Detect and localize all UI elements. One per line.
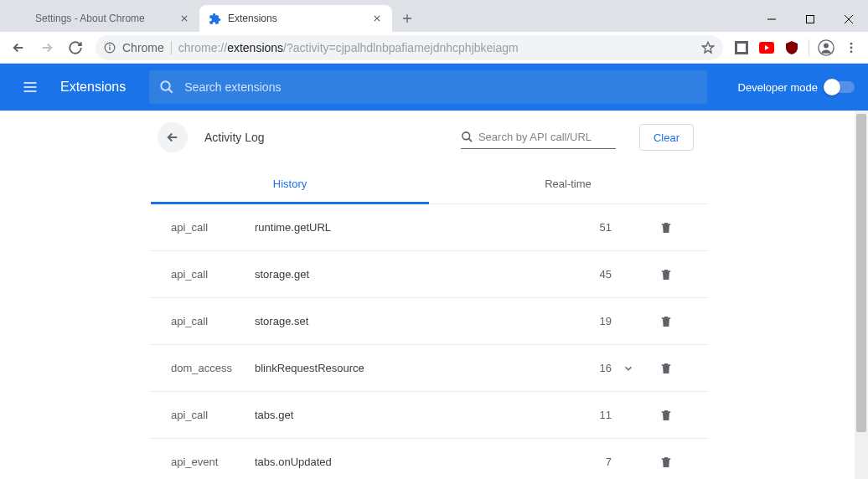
log-row[interactable]: api_callstorage.set19 [151,298,707,345]
site-info-icon[interactable] [104,42,116,54]
omnibox-divider [171,41,172,54]
omnibox-origin: Chrome [122,41,164,54]
browser-tab-extensions[interactable]: Extensions [199,5,392,32]
svg-point-13 [462,132,470,140]
log-row[interactable]: api_eventtabs.onUpdated7 [151,439,707,479]
svg-rect-0 [807,16,814,23]
extension-icon-1[interactable] [730,36,753,59]
puzzle-icon [208,12,221,25]
log-name: runtime.getURL [255,221,570,234]
gear-icon [15,12,28,25]
tab-title: Extensions [228,13,364,24]
search-api-input[interactable] [478,131,619,143]
expand-icon[interactable] [612,363,645,374]
log-count: 11 [570,409,612,421]
content-area: Activity Log Clear History Real-time api… [0,111,868,479]
delete-button[interactable] [645,221,687,234]
minimize-button[interactable] [752,7,791,32]
log-count: 45 [570,268,612,281]
hamburger-menu-button[interactable] [13,70,47,104]
star-icon[interactable] [701,41,715,54]
divider [809,39,809,56]
panel-tabs: History Real-time [151,164,707,204]
tab-title: Settings - About Chrome [35,13,171,24]
svg-point-9 [850,42,853,44]
log-list: api_callruntime.getURL51api_callstorage.… [151,204,707,479]
search-api-field[interactable] [461,126,616,149]
browser-tabs: Settings - About Chrome Extensions [0,0,752,32]
extension-icon-ublock[interactable] [780,36,803,59]
log-type: api_call [171,268,255,281]
window-controls [752,7,868,32]
app-title: Extensions [60,80,126,95]
browser-tab-settings[interactable]: Settings - About Chrome [7,5,199,32]
svg-rect-3 [109,46,110,49]
log-count: 16 [570,362,612,374]
svg-point-8 [824,43,829,48]
delete-button[interactable] [645,362,687,375]
toggle-switch[interactable] [826,81,855,93]
search-icon [159,80,174,95]
delete-button[interactable] [645,268,687,281]
close-icon[interactable] [370,12,384,25]
panel-header: Activity Log Clear [151,111,707,164]
new-tab-button[interactable] [395,7,419,30]
delete-button[interactable] [645,456,687,469]
app-header: Extensions Developer mode [0,64,868,111]
log-name: blinkRequestResource [255,362,570,374]
log-type: dom_access [171,362,255,374]
profile-button[interactable] [814,36,838,59]
log-type: api_call [171,409,255,421]
browser-toolbar: Chrome chrome://extensions/?activity=cjp… [0,32,868,64]
log-row[interactable]: api_callstorage.get45 [151,251,707,298]
window-titlebar: Settings - About Chrome Extensions [0,0,868,32]
tab-history[interactable]: History [151,164,429,203]
svg-point-11 [850,50,853,53]
log-row[interactable]: api_calltabs.get11 [151,392,707,439]
search-icon [461,131,473,143]
log-name: storage.set [255,315,570,327]
extension-icon-youtube[interactable] [755,36,778,59]
maximize-button[interactable] [791,7,829,32]
back-button[interactable] [5,34,32,61]
log-type: api_call [171,315,255,327]
delete-button[interactable] [645,315,687,328]
back-arrow-button[interactable] [158,122,188,152]
forward-button[interactable] [34,34,60,61]
scrollbar[interactable] [855,111,868,479]
developer-mode-label: Developer mode [738,81,818,94]
tab-realtime[interactable]: Real-time [429,164,707,203]
log-row[interactable]: dom_accessblinkRequestResource16 [151,345,707,392]
log-row[interactable]: api_callruntime.getURL51 [151,204,707,251]
svg-point-10 [850,46,853,49]
svg-point-2 [109,44,111,46]
extension-icons [730,36,863,59]
log-count: 51 [570,221,612,234]
close-window-button[interactable] [829,7,868,32]
search-extensions-bar[interactable] [149,70,707,104]
svg-rect-5 [737,44,746,52]
log-name: storage.get [255,268,570,281]
log-type: api_call [171,221,255,234]
log-name: tabs.onUpdated [255,456,570,468]
log-count: 19 [570,315,612,327]
developer-mode-toggle[interactable]: Developer mode [738,81,855,94]
svg-point-12 [162,81,171,90]
omnibox-url: chrome://extensions/?activity=cjpalhdlnb… [178,41,519,54]
address-bar[interactable]: Chrome chrome://extensions/?activity=cjp… [96,35,723,60]
delete-button[interactable] [645,409,687,422]
menu-button[interactable] [840,36,863,59]
search-extensions-input[interactable] [184,80,697,94]
panel-title: Activity Log [204,131,265,144]
scrollbar-thumb[interactable] [856,114,866,432]
reload-button[interactable] [62,34,89,61]
log-type: api_event [171,456,255,468]
close-icon[interactable] [178,12,191,25]
activity-log-panel: Activity Log Clear History Real-time api… [151,111,707,479]
log-name: tabs.get [255,409,570,421]
clear-button[interactable]: Clear [639,124,694,151]
log-count: 7 [570,456,612,468]
